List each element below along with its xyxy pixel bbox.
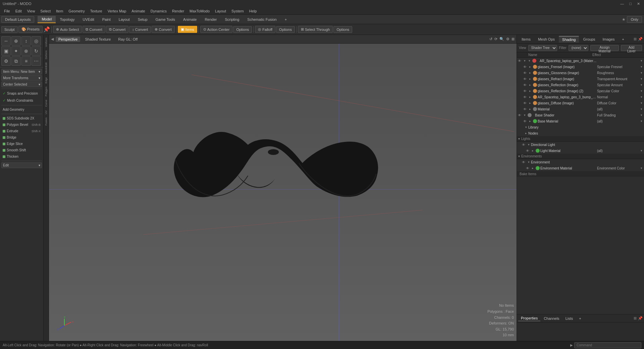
menu-animate[interactable]: Animate	[129, 8, 148, 14]
tree-row-6[interactable]: 👁 ▸ AR_Spacetop_laptop_geo_3_bump_baked …	[517, 94, 644, 100]
vp-icon-expand[interactable]: ⊞	[512, 37, 515, 41]
edit-row[interactable]: Edit ▾	[1, 162, 42, 168]
tree-row-light-mat[interactable]: 👁 ▸ Light Material (all) ▾	[517, 148, 644, 154]
lights-expand[interactable]: ▾	[518, 137, 520, 141]
chevron-6[interactable]: ▾	[641, 95, 644, 99]
tool-icon-4[interactable]: ◎	[32, 36, 41, 46]
bridge-item[interactable]: Bridge	[1, 135, 42, 140]
add-layer-btn[interactable]: Add Layer	[621, 45, 642, 51]
options-btn-3[interactable]: Options	[333, 26, 352, 33]
tree-row-environment[interactable]: 👁 ▾ Environment	[517, 159, 644, 165]
eye-icon-env-mat[interactable]: 👁	[525, 166, 530, 170]
rb-pin-icon[interactable]: 📌	[638, 316, 643, 320]
env-expand[interactable]: ▾	[518, 154, 520, 158]
tree-row-9[interactable]: 👁 ▾ Base Shader Full Shading ▾	[517, 112, 644, 118]
eye-icon-7[interactable]: 👁	[522, 101, 528, 105]
vert-tab-meshedit[interactable]: MeshEdit	[44, 61, 48, 75]
polygon-bevel-item[interactable]: Polygon Bevel Shift-B	[1, 122, 42, 128]
menu-file[interactable]: File	[1, 8, 13, 14]
eye-icon-4[interactable]: 👁	[522, 83, 528, 87]
expand-icon-9[interactable]: ▾	[522, 113, 527, 117]
viewport-canvas[interactable]: No Items Polygons : Face Channels: 0 Def…	[49, 44, 517, 341]
expand-icon-environment[interactable]: ▾	[526, 160, 531, 164]
tab-schematic-fusion[interactable]: Schematic Fusion	[243, 16, 280, 23]
eye-icon-0[interactable]: 👁	[517, 59, 522, 63]
expand-icon-3[interactable]: ▸	[528, 77, 532, 81]
vert-tab-uniform[interactable]: Uniform	[44, 36, 48, 48]
center-selected-row[interactable]: Center Selected ▾	[1, 82, 42, 87]
item-menu-row[interactable]: Item Menu: New Item ▾	[1, 69, 42, 74]
chevron-0[interactable]: ▾	[641, 59, 644, 62]
extrude-item[interactable]: Extrude Shift-X	[1, 128, 42, 134]
filter-select[interactable]: (none)	[569, 45, 588, 51]
right-expand-icon[interactable]: ⊞	[634, 37, 637, 41]
vp-icon-settings[interactable]: ⚙	[506, 37, 509, 41]
tree-row-7[interactable]: 👁 ▸ glasses_Diffuse (Image) Diffuse Colo…	[517, 100, 644, 106]
menu-select[interactable]: Select	[38, 8, 53, 14]
menu-edit[interactable]: Edit	[13, 8, 24, 14]
convert-btn-2[interactable]: ⧉ Convert	[106, 26, 129, 33]
tree-row-env-mat[interactable]: 👁 ▸ Environment Material Environment Col…	[517, 165, 644, 171]
expand-icon-nodes[interactable]: ▸	[524, 132, 528, 135]
maximize-btn[interactable]: □	[628, 2, 633, 6]
eye-icon-9[interactable]: 👁	[517, 113, 522, 117]
tool-icon-9[interactable]: ⚙	[1, 56, 11, 66]
chevron-10[interactable]: ▾	[641, 119, 644, 123]
chevron-9[interactable]: ▾	[641, 113, 644, 117]
tree-row-3[interactable]: 👁 ▸ glasses_Refract (Image) Transparent …	[517, 76, 644, 82]
vert-tab-edge[interactable]: Edge	[44, 76, 48, 85]
right-pin-icon[interactable]: 📌	[638, 37, 643, 41]
convert-btn-1[interactable]: ⧉ Convert	[83, 26, 105, 33]
expand-icon-4[interactable]: ▸	[528, 83, 532, 87]
sub-expand-0[interactable]: ▾	[527, 59, 532, 62]
tab-render[interactable]: Render	[201, 16, 221, 23]
vp-icon-search[interactable]: 🔍	[499, 37, 504, 41]
close-btn[interactable]: ✕	[636, 2, 641, 6]
menu-view[interactable]: View	[24, 8, 38, 14]
expand-icon-dir-light[interactable]: ▾	[526, 143, 531, 146]
tree-row-4[interactable]: 👁 ▸ glasses_Reflection (Image) Specular …	[517, 82, 644, 88]
falloff-btn[interactable]: ◎ Falloff	[255, 26, 275, 33]
tool-icon-6[interactable]: ✦	[11, 46, 21, 56]
edge-slice-item[interactable]: Edge Slice	[1, 141, 42, 147]
tool-icon-10[interactable]: ⧉	[11, 56, 21, 66]
smooth-shift-item[interactable]: Smooth Shift	[1, 147, 42, 153]
chevron-8[interactable]: ▾	[641, 107, 644, 111]
menu-layout[interactable]: Layout	[212, 8, 229, 14]
tree-row-nodes[interactable]: ▸ Nodes	[517, 130, 644, 136]
tool-icon-7[interactable]: ⊗	[21, 46, 31, 56]
expand-icon-0[interactable]: ▾	[522, 59, 527, 62]
tree-row-2[interactable]: 👁 ▸ glasses_Glossness (Image) Roughness …	[517, 70, 644, 76]
expand-icon-library[interactable]: ▾	[524, 126, 528, 129]
snaps-precision-item[interactable]: ✓ Snaps and Precision	[1, 90, 42, 97]
right-tab-add[interactable]: +	[619, 36, 628, 42]
eye-icon-3[interactable]: 👁	[522, 77, 528, 81]
expand-icon-1[interactable]: ▸	[528, 65, 532, 68]
viewport-tab-raygl[interactable]: Ray GL: Off	[115, 37, 140, 42]
chevron-light-mat[interactable]: ▾	[641, 149, 644, 152]
view-select[interactable]: Shader Tree	[528, 45, 557, 51]
menu-vertex-map[interactable]: Vertex Map	[105, 8, 129, 14]
rb-tab-channels[interactable]: Channels	[541, 316, 562, 321]
menu-help[interactable]: Help	[247, 8, 260, 14]
tab-scripting[interactable]: Scripting	[221, 16, 244, 23]
tree-row-library[interactable]: ▾ Library	[517, 124, 644, 130]
viewport-tab-perspective[interactable]: Perspective	[56, 37, 80, 42]
expand-icon-7[interactable]: ▸	[528, 101, 532, 105]
command-input[interactable]	[574, 342, 641, 348]
expand-icon-2[interactable]: ▸	[528, 71, 532, 74]
menu-render[interactable]: Render	[169, 8, 187, 14]
tree-row-0[interactable]: 👁 ▾ ▾ AR_Spacetop_laptop_geo_3 (Material…	[517, 58, 644, 64]
right-tab-shading[interactable]: Shading	[559, 36, 579, 43]
tool-icon-1[interactable]: ↔	[1, 36, 11, 46]
menu-maxtomodo[interactable]: MaxToModo	[187, 8, 212, 14]
vp-nav-back[interactable]: ◀	[51, 37, 54, 41]
options-btn-1[interactable]: Options	[233, 26, 252, 33]
eye-icon-8[interactable]: 👁	[522, 107, 528, 111]
options-btn-2[interactable]: Options	[276, 26, 295, 33]
right-tab-mesh-ops[interactable]: Mesh Ops	[535, 36, 558, 42]
rb-tab-lists[interactable]: Lists	[563, 316, 576, 321]
viewport-tab-shaded[interactable]: Shaded Texture	[82, 37, 113, 42]
chevron-4[interactable]: ▾	[641, 83, 644, 87]
chevron-2[interactable]: ▾	[641, 71, 644, 74]
